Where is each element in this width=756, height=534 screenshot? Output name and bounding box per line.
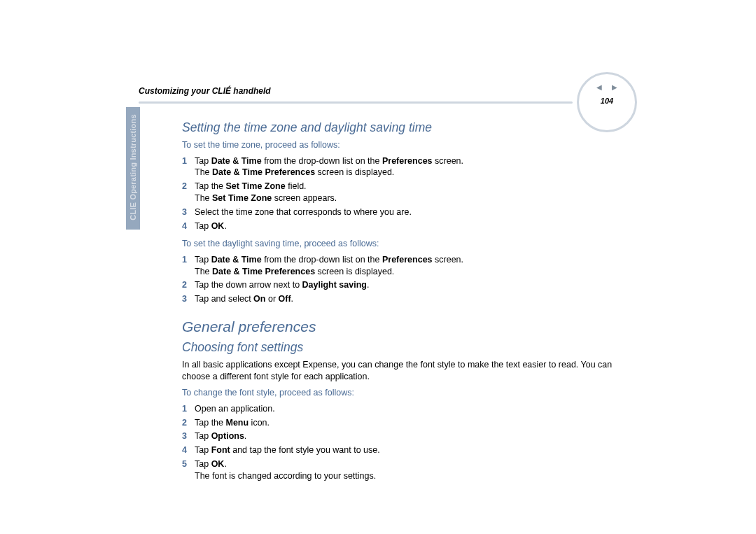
t: or	[265, 294, 278, 304]
t: screen is displayed.	[315, 167, 394, 177]
t: Tap	[195, 156, 211, 166]
lead-text: To set the daylight saving time, proceed…	[182, 238, 630, 250]
prev-page-icon[interactable]: ◀	[596, 83, 602, 91]
step-row: 4 Tap Font and tap the font style you wa…	[182, 444, 630, 456]
t: The	[195, 167, 212, 177]
step-row: 3 Select the time zone that corresponds …	[182, 206, 630, 218]
next-page-icon[interactable]: ▶	[612, 83, 617, 91]
step-number: 1	[182, 403, 195, 415]
t: The	[195, 267, 212, 276]
t: Set Time Zone	[225, 181, 285, 191]
step-text: Tap the down arrow next to Daylight savi…	[195, 279, 630, 291]
t: Tap the	[195, 418, 225, 428]
document-page: Customizing your CLIÉ handheld ◀ ▶ 104 C…	[126, 79, 630, 499]
chapter-title: Customizing your CLIÉ handheld	[139, 86, 271, 96]
t: Tap the	[195, 181, 225, 191]
t: Tap and select	[195, 294, 253, 304]
t: OK	[211, 459, 225, 469]
t: Menu	[225, 418, 248, 428]
heading-general-preferences: General preferences	[182, 317, 630, 337]
t: from the drop-down list on the	[262, 255, 382, 265]
t: .	[224, 221, 226, 231]
t: Options	[211, 431, 244, 441]
t: Tap the down arrow next to	[195, 280, 302, 290]
step-number: 5	[182, 458, 195, 482]
t: Preferences	[382, 156, 433, 166]
intro-paragraph: In all basic applications except Expense…	[182, 359, 630, 383]
step-text: Tap OK. The font is changed according to…	[195, 458, 630, 482]
step-number: 1	[182, 254, 195, 278]
step-row: 4 Tap OK.	[182, 220, 630, 232]
t: .	[367, 280, 369, 290]
t: Tap	[195, 459, 211, 469]
step-row: 1 Open an application.	[182, 403, 630, 415]
subheading-font-settings: Choosing font settings	[182, 339, 630, 356]
t: .	[224, 459, 226, 469]
step-text: Tap Date & Time from the drop-down list …	[195, 155, 630, 179]
lead-text: To change the font style, proceed as fol…	[182, 387, 630, 399]
header-rule	[139, 101, 573, 104]
t: screen is displayed.	[315, 267, 394, 276]
step-row: 2 Tap the Set Time Zone field. The Set T…	[182, 181, 630, 204]
step-text: Tap the Set Time Zone field. The Set Tim…	[195, 181, 630, 204]
t: Date & Time Preferences	[212, 267, 315, 276]
step-row: 3 Tap and select On or Off.	[182, 293, 630, 305]
lead-text: To set the time zone, proceed as follows…	[182, 139, 630, 151]
subheading-timezone: Setting the time zone and daylight savin…	[182, 120, 630, 136]
step-number: 4	[182, 220, 195, 232]
step-text: Tap the Menu icon.	[195, 417, 630, 429]
step-number: 3	[182, 206, 195, 218]
t: Font	[211, 445, 230, 455]
step-text: Tap Font and tap the font style you want…	[195, 444, 630, 456]
page-number: 104	[579, 97, 635, 105]
t: from the drop-down list on the	[262, 156, 382, 166]
step-row: 1 Tap Date & Time from the drop-down lis…	[182, 155, 630, 179]
t: .	[291, 294, 293, 304]
t: Tap	[195, 255, 211, 265]
step-number: 2	[182, 181, 195, 204]
t: Tap	[195, 445, 211, 455]
step-row: 3 Tap Options.	[182, 430, 630, 442]
t: icon.	[248, 418, 270, 428]
t: OK	[211, 221, 225, 231]
step-number: 2	[182, 417, 195, 429]
t: The	[195, 193, 212, 203]
step-text: Open an application.	[195, 403, 630, 415]
step-row: 5 Tap OK. The font is changed according …	[182, 458, 630, 482]
t: Tap	[195, 431, 211, 441]
step-text: Tap OK.	[195, 220, 630, 232]
t: The font is changed according to your se…	[195, 471, 376, 481]
step-number: 4	[182, 444, 195, 456]
t: Off	[279, 294, 291, 304]
step-text: Tap and select On or Off.	[195, 293, 630, 305]
side-tab-label: CLIE Operating Instructions	[129, 107, 137, 227]
t: Tap	[195, 221, 211, 231]
t: Date & Time	[211, 156, 262, 166]
step-number: 1	[182, 155, 195, 179]
t: screen.	[433, 156, 463, 166]
t: Daylight saving	[302, 280, 367, 290]
t: Date & Time Preferences	[212, 167, 315, 177]
step-number: 3	[182, 430, 195, 442]
t: Set Time Zone	[212, 193, 272, 203]
t: field.	[286, 181, 307, 191]
step-row: 2 Tap the Menu icon.	[182, 417, 630, 429]
step-number: 3	[182, 293, 195, 305]
page-content: Setting the time zone and daylight savin…	[182, 120, 630, 484]
step-text: Select the time zone that corresponds to…	[195, 206, 630, 218]
step-number: 2	[182, 279, 195, 291]
t: screen.	[433, 255, 463, 265]
t: screen appears.	[272, 193, 337, 203]
t: .	[244, 431, 246, 441]
t: and tap the font style you want to use.	[230, 445, 380, 455]
step-text: Tap Options.	[195, 430, 630, 442]
t: Date & Time	[211, 255, 262, 265]
side-tab: CLIE Operating Instructions	[126, 107, 140, 230]
step-row: 2 Tap the down arrow next to Daylight sa…	[182, 279, 630, 291]
t: On	[253, 294, 265, 304]
t: Preferences	[382, 255, 433, 265]
step-row: 1 Tap Date & Time from the drop-down lis…	[182, 254, 630, 278]
step-text: Tap Date & Time from the drop-down list …	[195, 254, 630, 278]
